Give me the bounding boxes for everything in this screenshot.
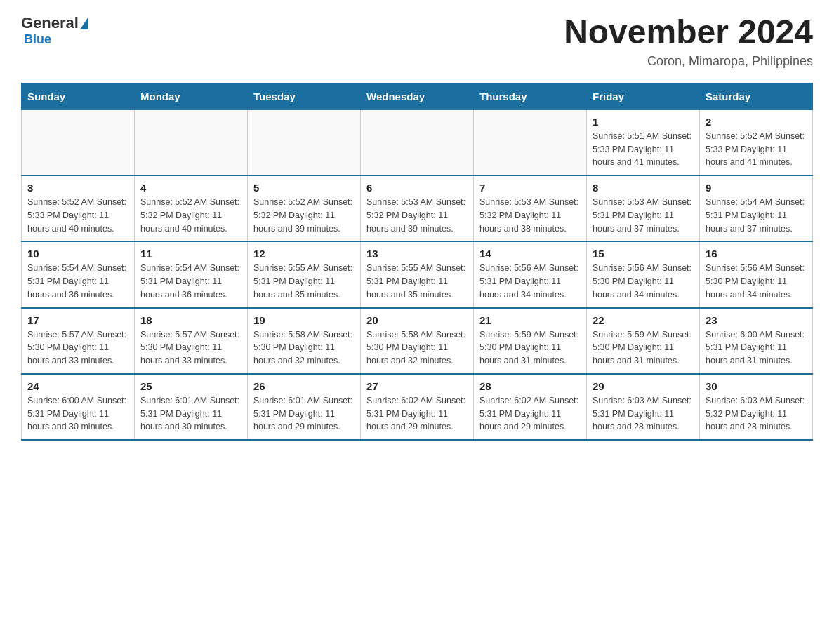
calendar-cell: 17Sunrise: 5:57 AM Sunset: 5:30 PM Dayli…	[22, 308, 135, 374]
day-info: Sunrise: 5:56 AM Sunset: 5:31 PM Dayligh…	[479, 262, 581, 301]
day-number: 30	[706, 380, 807, 392]
calendar-cell: 5Sunrise: 5:52 AM Sunset: 5:32 PM Daylig…	[248, 175, 361, 241]
day-info: Sunrise: 5:59 AM Sunset: 5:30 PM Dayligh…	[479, 328, 581, 368]
day-info: Sunrise: 5:54 AM Sunset: 5:31 PM Dayligh…	[706, 196, 807, 235]
calendar-cell	[361, 109, 474, 175]
day-info: Sunrise: 5:52 AM Sunset: 5:33 PM Dayligh…	[27, 196, 128, 235]
day-number: 25	[140, 380, 241, 392]
day-number: 11	[140, 248, 241, 260]
day-info: Sunrise: 5:58 AM Sunset: 5:30 PM Dayligh…	[366, 328, 468, 368]
logo-blue: Blue	[24, 32, 51, 46]
day-number: 24	[27, 380, 128, 392]
calendar-cell	[474, 109, 587, 175]
calendar-cell: 24Sunrise: 6:00 AM Sunset: 5:31 PM Dayli…	[22, 374, 135, 440]
calendar-cell: 22Sunrise: 5:59 AM Sunset: 5:30 PM Dayli…	[587, 308, 700, 374]
calendar-table: SundayMondayTuesdayWednesdayThursdayFrid…	[21, 83, 813, 441]
day-number: 28	[479, 380, 581, 392]
day-info: Sunrise: 6:03 AM Sunset: 5:32 PM Dayligh…	[706, 394, 807, 434]
day-number: 9	[706, 182, 807, 194]
weekday-header-sunday: Sunday	[22, 83, 135, 109]
title-area: November 2024 Coron, Mimaropa, Philippin…	[564, 14, 813, 69]
day-number: 26	[253, 380, 355, 392]
calendar-week-row: 24Sunrise: 6:00 AM Sunset: 5:31 PM Dayli…	[22, 374, 813, 440]
weekday-header-wednesday: Wednesday	[361, 83, 474, 109]
day-number: 3	[27, 182, 128, 194]
day-number: 29	[593, 380, 694, 392]
calendar-cell: 20Sunrise: 5:58 AM Sunset: 5:30 PM Dayli…	[361, 308, 474, 374]
calendar-cell: 9Sunrise: 5:54 AM Sunset: 5:31 PM Daylig…	[700, 175, 813, 241]
calendar-cell: 11Sunrise: 5:54 AM Sunset: 5:31 PM Dayli…	[135, 241, 248, 307]
calendar-cell: 14Sunrise: 5:56 AM Sunset: 5:31 PM Dayli…	[474, 241, 587, 307]
day-info: Sunrise: 5:52 AM Sunset: 5:33 PM Dayligh…	[706, 130, 807, 169]
day-number: 23	[706, 314, 807, 326]
day-number: 14	[479, 248, 581, 260]
calendar-cell: 16Sunrise: 5:56 AM Sunset: 5:30 PM Dayli…	[700, 241, 813, 307]
logo-triangle-icon	[80, 17, 88, 29]
calendar-cell: 29Sunrise: 6:03 AM Sunset: 5:31 PM Dayli…	[587, 374, 700, 440]
weekday-header-saturday: Saturday	[700, 83, 813, 109]
day-number: 16	[706, 248, 807, 260]
logo: General	[21, 14, 90, 32]
day-number: 27	[366, 380, 468, 392]
calendar-week-row: 3Sunrise: 5:52 AM Sunset: 5:33 PM Daylig…	[22, 175, 813, 241]
day-info: Sunrise: 5:54 AM Sunset: 5:31 PM Dayligh…	[140, 262, 241, 301]
calendar-cell: 15Sunrise: 5:56 AM Sunset: 5:30 PM Dayli…	[587, 241, 700, 307]
day-number: 18	[140, 314, 241, 326]
day-number: 13	[366, 248, 468, 260]
day-number: 17	[27, 314, 128, 326]
calendar-cell: 28Sunrise: 6:02 AM Sunset: 5:31 PM Dayli…	[474, 374, 587, 440]
calendar-cell	[135, 109, 248, 175]
calendar-cell: 21Sunrise: 5:59 AM Sunset: 5:30 PM Dayli…	[474, 308, 587, 374]
day-info: Sunrise: 6:02 AM Sunset: 5:31 PM Dayligh…	[479, 394, 581, 434]
calendar-cell: 6Sunrise: 5:53 AM Sunset: 5:32 PM Daylig…	[361, 175, 474, 241]
day-number: 12	[253, 248, 355, 260]
day-info: Sunrise: 6:03 AM Sunset: 5:31 PM Dayligh…	[593, 394, 694, 434]
day-info: Sunrise: 5:53 AM Sunset: 5:31 PM Dayligh…	[593, 196, 694, 235]
day-info: Sunrise: 5:56 AM Sunset: 5:30 PM Dayligh…	[593, 262, 694, 301]
calendar-cell: 30Sunrise: 6:03 AM Sunset: 5:32 PM Dayli…	[700, 374, 813, 440]
weekday-header-monday: Monday	[135, 83, 248, 109]
calendar-cell: 2Sunrise: 5:52 AM Sunset: 5:33 PM Daylig…	[700, 109, 813, 175]
calendar-week-row: 10Sunrise: 5:54 AM Sunset: 5:31 PM Dayli…	[22, 241, 813, 307]
weekday-header-row: SundayMondayTuesdayWednesdayThursdayFrid…	[22, 83, 813, 109]
day-number: 21	[479, 314, 581, 326]
day-info: Sunrise: 5:57 AM Sunset: 5:30 PM Dayligh…	[27, 328, 128, 368]
calendar-cell: 12Sunrise: 5:55 AM Sunset: 5:31 PM Dayli…	[248, 241, 361, 307]
calendar-cell: 7Sunrise: 5:53 AM Sunset: 5:32 PM Daylig…	[474, 175, 587, 241]
calendar-body: 1Sunrise: 5:51 AM Sunset: 5:33 PM Daylig…	[22, 109, 813, 440]
calendar-cell: 13Sunrise: 5:55 AM Sunset: 5:31 PM Dayli…	[361, 241, 474, 307]
weekday-header-tuesday: Tuesday	[248, 83, 361, 109]
day-number: 20	[366, 314, 468, 326]
calendar-week-row: 1Sunrise: 5:51 AM Sunset: 5:33 PM Daylig…	[22, 109, 813, 175]
day-info: Sunrise: 5:57 AM Sunset: 5:30 PM Dayligh…	[140, 328, 241, 368]
calendar-cell: 3Sunrise: 5:52 AM Sunset: 5:33 PM Daylig…	[22, 175, 135, 241]
day-info: Sunrise: 6:01 AM Sunset: 5:31 PM Dayligh…	[253, 394, 355, 434]
day-info: Sunrise: 5:58 AM Sunset: 5:30 PM Dayligh…	[253, 328, 355, 368]
day-number: 6	[366, 182, 468, 194]
day-number: 7	[479, 182, 581, 194]
calendar-cell: 18Sunrise: 5:57 AM Sunset: 5:30 PM Dayli…	[135, 308, 248, 374]
day-number: 5	[253, 182, 355, 194]
day-info: Sunrise: 5:52 AM Sunset: 5:32 PM Dayligh…	[140, 196, 241, 235]
weekday-header-thursday: Thursday	[474, 83, 587, 109]
day-info: Sunrise: 6:00 AM Sunset: 5:31 PM Dayligh…	[706, 328, 807, 368]
day-number: 10	[27, 248, 128, 260]
calendar-cell: 8Sunrise: 5:53 AM Sunset: 5:31 PM Daylig…	[587, 175, 700, 241]
day-info: Sunrise: 5:51 AM Sunset: 5:33 PM Dayligh…	[593, 130, 694, 169]
day-info: Sunrise: 6:00 AM Sunset: 5:31 PM Dayligh…	[27, 394, 128, 434]
calendar-cell: 27Sunrise: 6:02 AM Sunset: 5:31 PM Dayli…	[361, 374, 474, 440]
day-number: 2	[706, 116, 807, 128]
page-header: General Blue November 2024 Coron, Mimaro…	[21, 14, 813, 69]
calendar-cell	[22, 109, 135, 175]
calendar-header: SundayMondayTuesdayWednesdayThursdayFrid…	[22, 83, 813, 109]
calendar-cell: 4Sunrise: 5:52 AM Sunset: 5:32 PM Daylig…	[135, 175, 248, 241]
day-number: 8	[593, 182, 694, 194]
day-info: Sunrise: 5:55 AM Sunset: 5:31 PM Dayligh…	[253, 262, 355, 301]
calendar-cell: 25Sunrise: 6:01 AM Sunset: 5:31 PM Dayli…	[135, 374, 248, 440]
logo-area: General Blue	[21, 14, 90, 47]
day-info: Sunrise: 5:56 AM Sunset: 5:30 PM Dayligh…	[706, 262, 807, 301]
weekday-header-friday: Friday	[587, 83, 700, 109]
day-number: 22	[593, 314, 694, 326]
day-number: 19	[253, 314, 355, 326]
day-info: Sunrise: 5:59 AM Sunset: 5:30 PM Dayligh…	[593, 328, 694, 368]
